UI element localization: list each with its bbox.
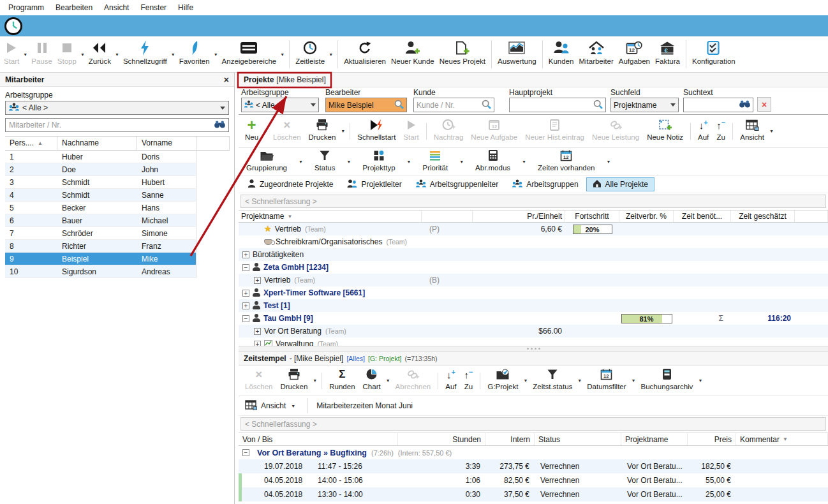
col-projektname[interactable]: Projektname▼ [239,211,422,222]
auswertung-button[interactable]: Auswertung [495,38,539,70]
neu-caret-icon[interactable]: ▼ [263,129,268,133]
project-row[interactable]: +Vor Ort Beratung(Team)$66.00 [239,325,828,337]
drucken-caret-icon[interactable]: ▼ [341,129,345,133]
col-vorname[interactable]: Vorname [137,137,196,150]
binoculars-icon[interactable] [214,121,225,130]
binoculars-icon[interactable] [739,100,750,110]
col-stunden[interactable]: Stunden [398,433,485,445]
timestamp-group-row[interactable]: −Vor Ort Beratung » Bugfixing(7:26h)(Int… [239,446,828,459]
zeitleiste-caret-icon[interactable]: ▼ [329,52,333,57]
projects-quick-entry-input[interactable]: < Schnellerfassung > [240,195,826,208]
mitarbeiter-row-8[interactable]: 8RichterFranz [5,240,196,253]
menu-hilfe[interactable]: Hilfe [172,1,199,14]
neuer-hist-eintrag-button[interactable]: Neuer Hist.eintrag [521,117,588,146]
expand-icon[interactable]: + [254,328,261,335]
auf-button[interactable]: ↓+Auf [694,117,713,146]
mitarbeiter-row-4[interactable]: 4SchmidtSanne [5,189,196,202]
timestamp-row[interactable]: 04.05.201813:30 - 14:000:3037,50 €Verrec… [239,487,828,501]
collapse-icon[interactable]: − [242,264,249,271]
magnifier-icon[interactable] [482,100,491,111]
ts-ansicht-button[interactable]: Ansicht ▼ [242,399,299,413]
projekttyp-button[interactable]: Projekttyp [359,147,399,177]
expand-icon[interactable]: + [242,251,249,258]
ts-auf-button[interactable]: ↓+Auf [441,366,460,396]
tab-arbeitsgruppenleiter[interactable]: Arbeitsgruppenleiter [410,177,505,191]
col-intern[interactable]: Intern [485,433,535,445]
datumsfilter-button[interactable]: 12Datumsfilter [583,366,630,396]
col-zeit-geschaetzt[interactable]: Zeit geschätzt [731,211,795,222]
stopp-button[interactable]: Stopp [55,38,79,70]
col-pers[interactable]: Pers....▲ [5,137,57,150]
buchungsarchiv-button[interactable]: Buchungsarchiv [637,366,697,396]
expand-icon[interactable]: + [254,277,261,284]
start-caret-icon[interactable]: ▼ [23,52,27,57]
zeitleiste-button[interactable]: Zeitleiste [293,38,327,70]
project-row[interactable]: +Verwaltung(Team) [239,337,828,346]
projekttyp-caret-icon[interactable]: ▼ [407,159,411,164]
menu-ansicht[interactable]: Ansicht [98,1,135,14]
gruppierung-caret-icon[interactable]: ▼ [299,159,303,164]
arbeitsgruppe-select[interactable]: < Alle > [241,98,319,112]
tab-zugeordnete-projekte[interactable]: Zugeordnete Projekte [241,177,339,191]
ansicht-button[interactable]: Ansicht [736,117,768,146]
abrmodus-button[interactable]: Abr.modus [471,147,514,177]
horizontal-splitter[interactable] [239,346,828,352]
neue-aufgabe-button[interactable]: 12Neue Aufgabe [467,117,521,146]
favoriten-caret-icon[interactable]: ▼ [214,52,218,57]
hauptprojekt-input[interactable] [509,98,606,112]
collapse-icon[interactable]: − [242,449,249,456]
neuer-kunde-button[interactable]: Neuer Kunde [388,38,437,70]
menu-programm[interactable]: Programm [3,1,50,14]
col-status[interactable]: Status [535,433,621,445]
project-row[interactable]: −Zeta GmbH [1234] [239,261,828,274]
project-row[interactable]: ★Vertrieb(Team)(P)6,60 €20% [239,223,828,235]
project-row[interactable]: −Tau GmbH [9]81%Σ116:20 [239,312,828,325]
ts-zu-button[interactable]: ↑−Zu [461,366,477,396]
anzeigebereiche-caret-icon[interactable]: ▼ [280,52,285,57]
mitarbeiter-row-9[interactable]: 9BeispielMike [5,253,196,265]
close-icon[interactable]: × [224,75,229,85]
col-nachname[interactable]: Nachname [57,137,137,150]
expand-icon[interactable]: + [242,302,249,309]
ansicht-caret-icon[interactable]: ▼ [769,129,774,133]
project-row[interactable]: +Bürotätigkeiten [239,248,828,261]
status-caret-icon[interactable]: ▼ [346,159,351,164]
tab-projektleiter[interactable]: Projektleiter [341,177,408,191]
neue-leistung-button[interactable]: Neue Leistung [588,117,643,146]
anzeigebereiche-button[interactable]: Anzeigebereiche [219,38,279,70]
abrechnen-button[interactable]: Abrechnen [392,366,435,396]
pause-button[interactable]: Pause [29,38,55,70]
mitarbeiter-row-6[interactable]: 6BauerMichael [5,214,196,227]
start-button[interactable]: Start [1,38,22,70]
schnellstart-button[interactable]: Schnellstart [353,117,399,146]
menu-fenster[interactable]: Fenster [135,1,172,14]
chart-button[interactable]: Chart [359,366,385,396]
runden-button[interactable]: ΣRunden [325,366,359,396]
tab-alle-projekte[interactable]: Alle Projekte [586,177,654,191]
mitarbeiter-row-3[interactable]: 3SchmidtHubert [5,176,196,189]
zeiten-vorhanden-button[interactable]: 12Zeiten vorhanden [534,147,599,177]
project-row[interactable]: Schreibkram/Organisatorisches(Team) [239,235,828,248]
tab-arbeitsgruppen[interactable]: Arbeitsgruppen [506,177,584,191]
col-ts-projektname[interactable]: Projektname [621,433,688,445]
magnifier-icon[interactable] [394,100,404,111]
bearbeiter-input[interactable]: Mike Beispiel [325,98,407,112]
arbeitsgruppe-select[interactable]: < Alle > [5,101,229,115]
kunden-button[interactable]: Kunden [546,38,577,70]
project-row[interactable]: +Xpert-Timer Software [5661] [239,286,828,299]
kunde-input[interactable]: Kunde / Nr. [413,98,494,112]
expand-icon[interactable]: + [254,341,261,346]
gprojekt-button[interactable]: G:Projekt [484,366,522,396]
nachtrag-button[interactable]: Nachtrag [430,117,468,146]
mitarbeiter-row-10[interactable]: 10SigurdsonAndreas [5,265,196,278]
neu-button[interactable]: +Neu [241,117,262,146]
zeitstempel-quick-entry-input[interactable]: < Schnellerfassung > [240,417,826,431]
collapse-icon[interactable]: − [242,315,249,322]
schnellzugriff-button[interactable]: Schnellzugriff [121,38,170,70]
loeschen-button[interactable]: ×Löschen [269,117,304,146]
schnellzugriff-caret-icon[interactable]: ▼ [171,52,175,57]
stopp-caret-icon[interactable]: ▼ [80,52,85,57]
zurueck-button[interactable]: Zurück [86,38,114,70]
col-zeitverbr[interactable]: Zeitverbr. % [619,211,674,222]
mitarbeiter-row-5[interactable]: 5BeckerHans [5,202,196,214]
